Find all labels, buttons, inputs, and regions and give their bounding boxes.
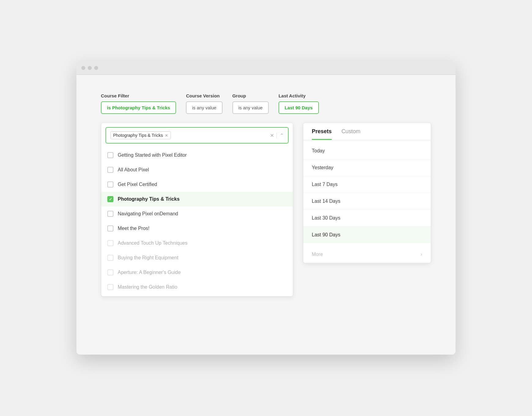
preset-more-item[interactable]: More ›	[303, 246, 431, 263]
dropdowns-row: Photography Tips & Tricks ✕ ✕ ⌃ Getting …	[101, 122, 431, 297]
list-item-label: Photography Tips & Tricks	[118, 196, 179, 202]
list-item[interactable]: Mastering the Golden Ratio	[101, 280, 293, 294]
list-item-label: Buying the Right Equipment	[118, 255, 178, 261]
preset-item[interactable]: Last 14 Days	[303, 193, 431, 210]
course-list: Getting Started with Pixel EditorAll Abo…	[101, 146, 293, 296]
last-activity-button[interactable]: Last 90 Days	[279, 101, 319, 114]
presets-tabs-header: Presets Custom	[303, 123, 431, 140]
preset-list: TodayYesterdayLast 7 DaysLast 14 DaysLas…	[303, 140, 431, 246]
preset-item[interactable]: Today	[303, 143, 431, 159]
search-chevron-icon[interactable]: ⌃	[276, 133, 284, 138]
presets-panel: Presets Custom TodayYesterdayLast 7 Days…	[303, 122, 431, 263]
course-dropdown-panel: Photography Tips & Tricks ✕ ✕ ⌃ Getting …	[101, 122, 293, 297]
list-item[interactable]: Navigating Pixel onDemand	[101, 206, 293, 221]
preset-item[interactable]: Yesterday	[303, 159, 431, 176]
list-item[interactable]: Get Pixel Certified	[101, 177, 293, 192]
content-area: Course Filter is Photography Tips & Tric…	[76, 75, 456, 315]
dot-red	[81, 66, 85, 70]
main-window: Course Filter is Photography Tips & Tric…	[76, 61, 456, 355]
list-item-label: Getting Started with Pixel Editor	[118, 152, 187, 158]
list-item[interactable]: Buying the Right Equipment	[101, 250, 293, 265]
checkbox-box	[107, 181, 113, 188]
tab-presets[interactable]: Presets	[312, 128, 332, 140]
list-item-label: Meet the Pros!	[118, 226, 150, 231]
dot-yellow	[88, 66, 92, 70]
tag-remove-icon[interactable]: ✕	[165, 133, 168, 138]
course-version-group: Course Version is any value	[186, 93, 222, 114]
list-item-label: Aperture: A Beginner's Guide	[118, 270, 181, 275]
checkbox-box	[107, 211, 113, 217]
list-item-label: All About Pixel	[118, 167, 149, 173]
selected-tag: Photography Tips & Tricks ✕	[110, 131, 171, 139]
checkbox-box	[107, 152, 113, 158]
course-version-label: Course Version	[186, 93, 222, 98]
list-item[interactable]: Aperture: A Beginner's Guide	[101, 265, 293, 280]
titlebar	[76, 61, 456, 75]
last-activity-label: Last Activity	[279, 93, 319, 98]
list-item[interactable]: ✓Photography Tips & Tricks	[101, 192, 293, 206]
dot-green	[94, 66, 98, 70]
list-item-label: Mastering the Golden Ratio	[118, 284, 177, 290]
list-item[interactable]: Meet the Pros!	[101, 221, 293, 236]
checkbox-box: ✓	[107, 196, 113, 202]
more-label: More	[312, 252, 323, 257]
course-filter-group: Course Filter is Photography Tips & Tric…	[101, 93, 176, 114]
course-version-button[interactable]: is any value	[186, 101, 222, 114]
list-item-label: Get Pixel Certified	[118, 182, 157, 187]
list-item[interactable]: Getting Started with Pixel Editor	[101, 148, 293, 162]
selected-tag-label: Photography Tips & Tricks	[113, 133, 163, 138]
filter-row: Course Filter is Photography Tips & Tric…	[101, 93, 431, 114]
checkbox-box	[107, 225, 113, 232]
list-item[interactable]: Advanced Touch Up Techniques	[101, 236, 293, 250]
search-clear-icon[interactable]: ✕	[270, 133, 274, 138]
group-filter-button[interactable]: is any value	[232, 101, 269, 114]
checkbox-box	[107, 269, 113, 276]
checkbox-box	[107, 284, 113, 290]
checkbox-box	[107, 167, 113, 173]
checkbox-box	[107, 255, 113, 261]
checkmark-icon: ✓	[109, 197, 112, 202]
list-item-label: Navigating Pixel onDemand	[118, 211, 178, 217]
tab-custom[interactable]: Custom	[342, 128, 360, 140]
list-item[interactable]: All About Pixel	[101, 162, 293, 177]
preset-item[interactable]: Last 30 Days	[303, 210, 431, 227]
course-search-bar[interactable]: Photography Tips & Tricks ✕ ✕ ⌃	[105, 127, 289, 144]
course-filter-label: Course Filter	[101, 93, 176, 98]
checkbox-box	[107, 240, 113, 246]
preset-item[interactable]: Last 90 Days	[303, 227, 431, 243]
group-filter-group: Group is any value	[232, 93, 269, 114]
list-item-label: Advanced Touch Up Techniques	[118, 240, 187, 246]
course-filter-button[interactable]: is Photography Tips & Tricks	[101, 101, 176, 114]
group-filter-label: Group	[232, 93, 269, 98]
more-chevron-icon: ›	[420, 251, 422, 257]
last-activity-group: Last Activity Last 90 Days	[279, 93, 319, 114]
preset-item[interactable]: Last 7 Days	[303, 176, 431, 193]
